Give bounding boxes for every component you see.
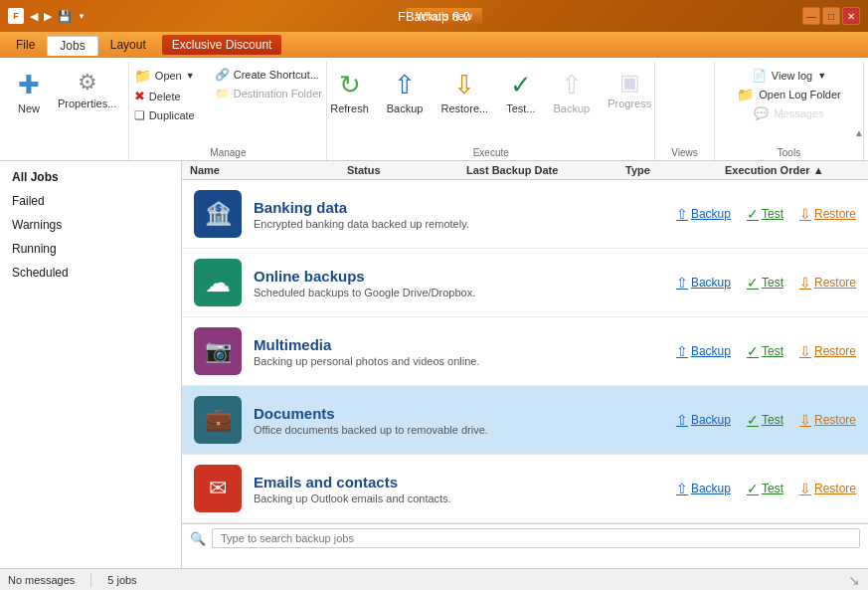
destination-folder-label: Destination Folder	[234, 88, 322, 99]
backup-action-banking[interactable]: ⇧ Backup	[676, 206, 731, 222]
backup-icon: ⇧	[394, 70, 416, 100]
window-controls[interactable]: — □ ✕	[802, 7, 860, 25]
restore-action-online[interactable]: ⇩ Restore	[799, 275, 856, 291]
test-button[interactable]: ✓ Test...	[498, 66, 543, 118]
sidebar-item-running[interactable]: Running	[0, 237, 181, 261]
maximize-button[interactable]: □	[822, 7, 840, 25]
sidebar-item-failed[interactable]: Failed	[0, 189, 181, 213]
test-action-label-documents: Test	[762, 413, 783, 427]
job-icon-multimedia: 📷	[194, 327, 242, 375]
job-desc-documents: Office documents backed up to removable …	[254, 424, 664, 436]
status-divider	[90, 573, 91, 587]
save-icon[interactable]: 💾	[58, 10, 72, 23]
col-type: Type	[625, 164, 725, 176]
job-row-multimedia[interactable]: 📷 Multimedia Backing up personal photos …	[182, 317, 868, 386]
view-log-button[interactable]: 📄 View log ▼	[748, 68, 830, 84]
destination-folder-button[interactable]: 📁 Destination Folder	[209, 85, 328, 102]
forward-icon[interactable]: ▶	[44, 10, 52, 23]
properties-label: Properties...	[58, 98, 116, 109]
menu-jobs[interactable]: Jobs	[47, 36, 97, 56]
backup-action-label-documents: Backup	[691, 413, 731, 427]
sidebar-item-all-jobs[interactable]: All Jobs	[0, 165, 181, 189]
create-shortcut-button[interactable]: 🔗 Create Shortcut...	[209, 66, 328, 84]
backup-action-multimedia[interactable]: ⇧ Backup	[676, 343, 731, 359]
logfolder-icon: 📁	[737, 87, 754, 102]
ribbon-new-props: ✚ New ⚙ Properties...	[8, 62, 124, 118]
test-action-label-multimedia: Test	[762, 344, 783, 358]
backup-action-documents[interactable]: ⇧ Backup	[676, 412, 731, 428]
job-title-documents[interactable]: Documents	[254, 405, 664, 422]
manage-stack-left: 📁 Open ▼ ✖ Delete ❏ Duplicate	[128, 66, 201, 124]
backup2-label: Backup	[554, 102, 591, 114]
job-row-emails[interactable]: ✉ Emails and contacts Backing up Outlook…	[182, 455, 868, 523]
ribbon-collapse-button[interactable]: ▲	[854, 127, 864, 138]
shortcut-icon: 🔗	[215, 68, 230, 82]
duplicate-button[interactable]: ❏ Duplicate	[128, 106, 201, 124]
search-input[interactable]	[212, 528, 860, 548]
job-row-banking[interactable]: 🏦 Banking data Encrypted banking data ba…	[182, 180, 868, 249]
duplicate-label: Duplicate	[149, 109, 195, 121]
sidebar-item-warnings[interactable]: Warnings	[0, 213, 181, 237]
job-title-online[interactable]: Online backups	[254, 268, 664, 285]
restore-action-label-online: Restore	[814, 276, 856, 290]
test-action-documents[interactable]: ✓ Test	[747, 412, 783, 428]
resize-handle[interactable]: ↘	[848, 572, 860, 588]
test-action-emails[interactable]: ✓ Test	[747, 481, 783, 496]
restore-action-multimedia[interactable]: ⇩ Restore	[799, 343, 856, 359]
test-action-label-emails: Test	[762, 482, 783, 495]
job-icon-online: ☁	[194, 259, 242, 306]
job-actions-banking: ⇧ Backup ✓ Test ⇩ Restore	[676, 206, 856, 222]
open-button[interactable]: 📁 Open ▼	[128, 66, 201, 86]
restore-action-label-banking: Restore	[814, 207, 856, 221]
job-title-banking[interactable]: Banking data	[254, 199, 664, 216]
backup-action-emails[interactable]: ⇧ Backup	[676, 481, 731, 496]
table-header: Name Status Last Backup Date Type Execut…	[182, 161, 868, 180]
test-action-online[interactable]: ✓ Test	[747, 275, 783, 291]
job-row-online[interactable]: ☁ Online backups Scheduled backups to Go…	[182, 249, 868, 317]
restore-action-documents[interactable]: ⇩ Restore	[799, 412, 856, 428]
menu-layout[interactable]: Layout	[98, 35, 158, 55]
messages-icon: 💬	[754, 106, 769, 120]
properties-button[interactable]: ⚙ Properties...	[50, 66, 124, 113]
delete-button[interactable]: ✖ Delete	[128, 87, 201, 105]
sidebar-item-scheduled[interactable]: Scheduled	[0, 261, 181, 285]
test-check-icon-documents: ✓	[747, 412, 759, 428]
menu-bar: File Jobs Layout Exclusive Discount	[0, 32, 868, 58]
minimize-button[interactable]: —	[802, 7, 820, 25]
close-button[interactable]: ✕	[842, 7, 860, 25]
job-title-multimedia[interactable]: Multimedia	[254, 336, 664, 353]
progress-label: Progress	[608, 98, 651, 109]
open-log-folder-button[interactable]: 📁 Open Log Folder	[733, 86, 845, 103]
job-row-documents[interactable]: 💼 Documents Office documents backed up t…	[182, 386, 868, 455]
refresh-icon: ↻	[339, 70, 361, 100]
back-icon[interactable]: ◀	[30, 10, 38, 23]
ribbon-group-execute: ↻ Refresh ⇧ Backup ⇩ Restore... ✓ Test..…	[327, 62, 655, 160]
test-action-banking[interactable]: ✓ Test	[747, 206, 783, 222]
refresh-button[interactable]: ↻ Refresh	[322, 66, 377, 118]
search-icon: 🔍	[190, 531, 206, 546]
menu-exclusive-discount[interactable]: Exclusive Discount	[162, 35, 282, 55]
restore-arrow-icon-banking: ⇩	[799, 206, 811, 222]
progress-button[interactable]: ▣ Progress	[600, 66, 659, 113]
backup-action-online[interactable]: ⇧ Backup	[676, 275, 731, 291]
destination-icon: 📁	[215, 87, 230, 100]
job-title-emails[interactable]: Emails and contacts	[254, 474, 664, 491]
test-action-label-banking: Test	[762, 207, 783, 221]
restore-arrow-icon-online: ⇩	[799, 275, 811, 291]
manage-label: Manage	[133, 145, 322, 160]
new-button[interactable]: ✚ New	[8, 66, 50, 118]
dropdown-icon[interactable]: ▼	[78, 12, 86, 21]
messages-button[interactable]: 💬 Messages	[750, 105, 827, 121]
backup2-button[interactable]: ⇧ Backup	[546, 66, 599, 118]
job-actions-documents: ⇧ Backup ✓ Test ⇩ Restore	[676, 412, 856, 428]
restore-button[interactable]: ⇩ Restore...	[433, 66, 496, 118]
status-message: No messages	[8, 574, 75, 586]
job-icon-emails: ✉	[194, 465, 242, 512]
menu-file[interactable]: File	[4, 35, 47, 55]
job-actions-online: ⇧ Backup ✓ Test ⇩ Restore	[676, 275, 856, 291]
restore-action-label-documents: Restore	[814, 413, 856, 427]
restore-action-banking[interactable]: ⇩ Restore	[799, 206, 856, 222]
test-action-multimedia[interactable]: ✓ Test	[747, 343, 783, 359]
backup-button[interactable]: ⇧ Backup	[379, 66, 432, 118]
restore-action-emails[interactable]: ⇩ Restore	[799, 481, 856, 496]
